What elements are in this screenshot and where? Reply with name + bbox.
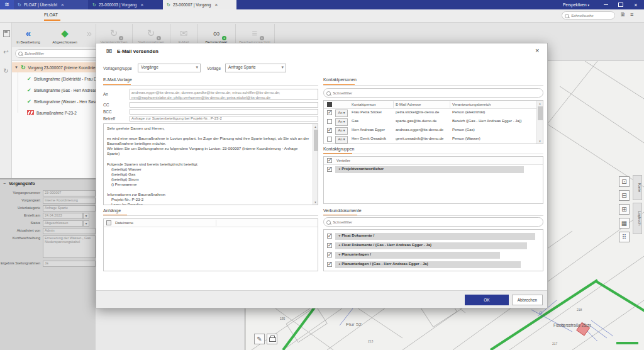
betreff-field[interactable]: Anfrage zur Spartenbeteiligung bei Proje… bbox=[130, 116, 318, 121]
select-all-checkbox[interactable] bbox=[327, 158, 332, 163]
document-group-label[interactable]: + Planunterlagen / (Gas - Herr Andreas E… bbox=[335, 261, 521, 268]
field-label: Vorgangsart bbox=[0, 198, 40, 202]
map-print-button[interactable] bbox=[267, 334, 277, 344]
select-all-checkbox[interactable] bbox=[106, 220, 111, 225]
field-value: Interne Koordinierung bbox=[43, 198, 96, 204]
map-select-area-button[interactable]: ⊡ bbox=[619, 176, 630, 187]
verbunddokumente-filter-input[interactable] bbox=[323, 217, 543, 227]
cc-field[interactable] bbox=[130, 102, 318, 108]
column-header-dateiname: Dateiname bbox=[115, 221, 133, 225]
vorlagengruppe-label: Vorlagengruppe bbox=[103, 66, 132, 71]
save-icon[interactable] bbox=[2, 29, 10, 37]
field-label: Unterkategorie bbox=[0, 206, 40, 210]
scroll-up-icon[interactable]: ▴ bbox=[537, 101, 543, 105]
cell-email: sparte.gas@its-demo.de bbox=[396, 119, 450, 123]
list-item[interactable]: + Planunterlagen / (Gas - Herr Andreas E… bbox=[324, 261, 543, 269]
an-dropdown[interactable]: An ▾ bbox=[335, 136, 348, 144]
ok-button[interactable]: OK bbox=[465, 295, 509, 305]
ribbon-tab-float[interactable]: FLOAT bbox=[44, 13, 58, 17]
restore-button[interactable] bbox=[614, 0, 628, 9]
scroll-down-icon[interactable]: ▾ bbox=[313, 200, 318, 204]
vorlage-select[interactable]: Anfrage Sparte▾ bbox=[225, 64, 286, 72]
stellungnahme-icon: ✔ bbox=[27, 76, 31, 82]
section-title-verbunddokumente: Verbunddokumente bbox=[323, 208, 362, 213]
an-field[interactable]: andreas.egger@its-demo.de; doreen.gaedke… bbox=[130, 89, 318, 100]
refresh-icon[interactable]: ↻ bbox=[2, 67, 10, 75]
vorgang-icon: ↻ bbox=[21, 64, 26, 71]
scroll-down-icon[interactable]: ▾ bbox=[537, 139, 543, 143]
section-title-email: E-Mail-Vorlage bbox=[103, 77, 132, 82]
map-edit-button[interactable]: ✎ bbox=[254, 334, 265, 344]
tab-logbuch[interactable]: Logbuch bbox=[633, 203, 642, 234]
document-group-label[interactable]: + Float Dokumente / (Gas - Herr Andreas … bbox=[335, 242, 527, 249]
row-checkbox[interactable] bbox=[327, 110, 332, 115]
close-tab-icon[interactable]: × bbox=[61, 2, 64, 8]
search-icon bbox=[326, 91, 331, 96]
email-body-field[interactable]: Sehr geehrte Damen und Herren, es wird e… bbox=[103, 123, 318, 205]
tab-vorgang-23-000007[interactable]: ↻ 23-000007 | Vorgang × bbox=[163, 0, 236, 9]
cell-bereich: Person (Elektrizität) bbox=[452, 110, 534, 114]
bcc-field[interactable] bbox=[130, 109, 318, 115]
close-tab-icon[interactable]: × bbox=[140, 2, 143, 8]
an-dropdown[interactable]: An ▾ bbox=[335, 127, 348, 135]
row-checkbox[interactable] bbox=[327, 262, 332, 267]
tab-vorgang-23-000003[interactable]: ↻ 23-000003 | Vorgang × bbox=[89, 0, 162, 9]
cell-email: petra.stickel@its-demo.de bbox=[396, 110, 450, 114]
link-add-icon: ∞+ bbox=[199, 26, 234, 40]
close-tab-icon[interactable]: × bbox=[214, 2, 218, 8]
list-item[interactable]: + Float Dokumente / (Gas - Herr Andreas … bbox=[324, 242, 543, 251]
close-icon[interactable]: × bbox=[535, 47, 539, 54]
cancel-button[interactable]: Abbrechen bbox=[512, 295, 543, 305]
table-row[interactable]: An ▾ Gas sparte.gas@its-demo.de Bereich … bbox=[324, 117, 536, 126]
kontaktpersonen-filter-input[interactable] bbox=[323, 88, 543, 98]
list-item[interactable]: + Planunterlagen / bbox=[324, 251, 543, 260]
select-all-checkbox[interactable] bbox=[327, 102, 332, 107]
field-value: 23-000007 bbox=[43, 190, 96, 196]
table-row[interactable]: An ▾ Herr Gerrit Ossadnik gerrit.ossadni… bbox=[324, 135, 536, 144]
row-checkbox[interactable] bbox=[327, 128, 332, 133]
row-checkbox[interactable] bbox=[327, 252, 332, 257]
table-scrollbar[interactable]: ▴ ▾ bbox=[536, 101, 543, 144]
row-checkbox[interactable] bbox=[327, 167, 332, 172]
collapse-icon[interactable]: − bbox=[3, 181, 6, 186]
map-export-button[interactable]: ▦ bbox=[619, 218, 630, 229]
vorlage-label: Vorlage bbox=[207, 66, 221, 71]
table-row[interactable]: An ▾ Frau Petra Stickel petra.stickel@it… bbox=[324, 108, 536, 117]
map-grid-button[interactable]: ⠿ bbox=[619, 232, 630, 242]
map-copy-button[interactable]: ⊞ bbox=[619, 204, 630, 215]
map-layers-button[interactable]: ⊟ bbox=[619, 190, 630, 201]
row-checkbox[interactable] bbox=[327, 243, 332, 248]
document-group-label[interactable]: + Float Dokumente / bbox=[335, 233, 535, 240]
minimize-button[interactable] bbox=[599, 0, 613, 9]
tab-karte[interactable]: Karte bbox=[633, 175, 642, 200]
row-checkbox[interactable] bbox=[327, 137, 332, 142]
list-item[interactable]: + Projektverantwortlicher bbox=[324, 166, 543, 174]
list-item[interactable]: + Float Dokumente / bbox=[324, 232, 543, 241]
envelope-icon: ✉ bbox=[106, 47, 112, 55]
row-checkbox[interactable] bbox=[327, 119, 332, 124]
document-group-label[interactable]: + Planunterlagen / bbox=[335, 252, 500, 259]
vorlagengruppe-select[interactable]: Vorgänge▾ bbox=[138, 64, 201, 72]
close-button[interactable]: × bbox=[629, 0, 643, 9]
map-label-flur: Flur 52 bbox=[346, 322, 362, 327]
global-search-input[interactable] bbox=[562, 11, 615, 20]
chevron-down-icon[interactable]: ▼ bbox=[14, 65, 18, 69]
menu-icon[interactable]: ≡ bbox=[630, 11, 633, 18]
chevron-down-icon[interactable]: ▾ bbox=[83, 213, 89, 219]
report-icon[interactable]: 🗎 bbox=[620, 11, 626, 18]
an-dropdown[interactable]: An ▾ bbox=[335, 110, 348, 117]
stellungnahme-icon: ✔ bbox=[27, 99, 31, 104]
cell-name: Herr Andreas Egger bbox=[352, 128, 393, 132]
scroll-up-icon[interactable]: ▴ bbox=[313, 125, 318, 128]
table-row[interactable]: An ▾ Herr Andreas Egger andreas.egger@it… bbox=[324, 126, 536, 135]
group-label[interactable]: + Projektverantwortlicher bbox=[335, 166, 524, 173]
field-label: Ergebnis Stellungnahmen bbox=[0, 261, 40, 265]
verbunddokumente-panel: + Float Dokumente / + Float Dokumente / … bbox=[323, 229, 543, 271]
body-scrollbar[interactable]: ▴ ▾ bbox=[313, 124, 318, 205]
perspektiven-menu[interactable]: Perspektiven ▾ bbox=[563, 3, 589, 7]
an-dropdown[interactable]: An ▾ bbox=[335, 118, 348, 126]
chevron-down-icon[interactable]: ▾ bbox=[83, 220, 89, 227]
undo-icon[interactable]: ↩ bbox=[2, 48, 10, 56]
row-checkbox[interactable] bbox=[327, 234, 332, 239]
tab-uebersicht[interactable]: ↻ FLOAT | Übersicht × bbox=[14, 0, 88, 9]
